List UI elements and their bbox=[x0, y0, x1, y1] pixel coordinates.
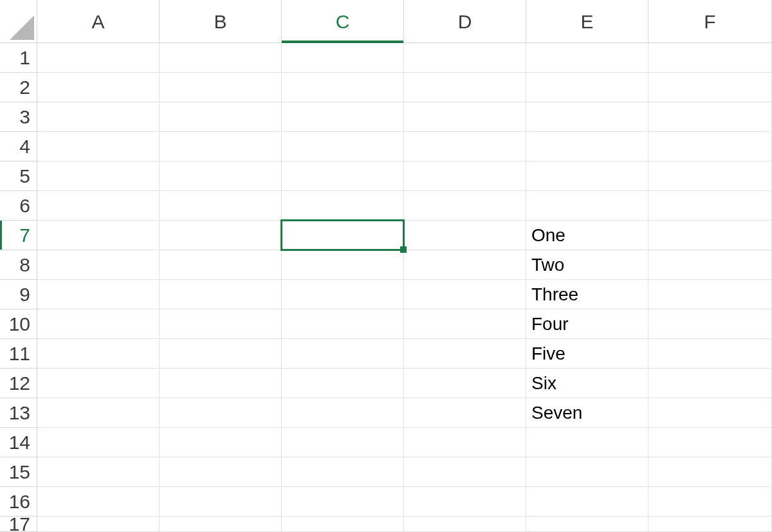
cell-F10[interactable] bbox=[648, 309, 772, 339]
cell-D3[interactable] bbox=[404, 102, 526, 132]
cell-B15[interactable] bbox=[160, 457, 282, 487]
fill-handle[interactable] bbox=[400, 246, 407, 253]
cell-F15[interactable] bbox=[648, 457, 772, 487]
cell-C15[interactable] bbox=[282, 457, 404, 487]
cell-D8[interactable] bbox=[404, 250, 526, 280]
cell-D16[interactable] bbox=[404, 487, 526, 517]
cell-E2[interactable] bbox=[526, 73, 648, 102]
cell-C6[interactable] bbox=[282, 191, 404, 221]
cell-F13[interactable] bbox=[648, 398, 772, 428]
cell-A17[interactable] bbox=[37, 517, 160, 532]
cell-C5[interactable] bbox=[282, 161, 404, 191]
column-header-A[interactable]: A bbox=[37, 0, 160, 43]
cell-F12[interactable] bbox=[648, 369, 772, 398]
cell-D17[interactable] bbox=[404, 517, 526, 532]
row-header-2[interactable]: 2 bbox=[0, 73, 37, 102]
cell-C3[interactable] bbox=[282, 102, 404, 132]
cell-B17[interactable] bbox=[160, 517, 282, 532]
cell-F17[interactable] bbox=[648, 517, 772, 532]
cell-F3[interactable] bbox=[648, 102, 772, 132]
cell-A1[interactable] bbox=[37, 43, 160, 73]
cell-A2[interactable] bbox=[37, 73, 160, 102]
cell-A8[interactable] bbox=[37, 250, 160, 280]
cell-E4[interactable] bbox=[526, 132, 648, 161]
cell-B4[interactable] bbox=[160, 132, 282, 161]
cell-D14[interactable] bbox=[404, 428, 526, 457]
cell-F8[interactable] bbox=[648, 250, 772, 280]
cell-C4[interactable] bbox=[282, 132, 404, 161]
cell-D6[interactable] bbox=[404, 191, 526, 221]
column-header-B[interactable]: B bbox=[160, 0, 282, 43]
cell-B6[interactable] bbox=[160, 191, 282, 221]
row-header-7[interactable]: 7 bbox=[0, 221, 37, 250]
row-header-15[interactable]: 15 bbox=[0, 457, 37, 487]
cell-C17[interactable] bbox=[282, 517, 404, 532]
row-header-6[interactable]: 6 bbox=[0, 191, 37, 221]
cell-F16[interactable] bbox=[648, 487, 772, 517]
cell-E17[interactable] bbox=[526, 517, 648, 532]
cell-B9[interactable] bbox=[160, 280, 282, 309]
cell-D11[interactable] bbox=[404, 339, 526, 369]
row-header-3[interactable]: 3 bbox=[0, 102, 37, 132]
row-header-8[interactable]: 8 bbox=[0, 250, 37, 280]
cell-D9[interactable] bbox=[404, 280, 526, 309]
cell-C2[interactable] bbox=[282, 73, 404, 102]
cell-B3[interactable] bbox=[160, 102, 282, 132]
cell-E5[interactable] bbox=[526, 161, 648, 191]
cell-C13[interactable] bbox=[282, 398, 404, 428]
cell-B5[interactable] bbox=[160, 161, 282, 191]
cell-F11[interactable] bbox=[648, 339, 772, 369]
row-header-4[interactable]: 4 bbox=[0, 132, 37, 161]
cell-E1[interactable] bbox=[526, 43, 648, 73]
cell-D1[interactable] bbox=[404, 43, 526, 73]
cell-B16[interactable] bbox=[160, 487, 282, 517]
cell-B2[interactable] bbox=[160, 73, 282, 102]
cell-E11[interactable]: Five bbox=[526, 339, 648, 369]
cell-E10[interactable]: Four bbox=[526, 309, 648, 339]
column-header-C[interactable]: C bbox=[282, 0, 404, 43]
cell-E3[interactable] bbox=[526, 102, 648, 132]
cell-A15[interactable] bbox=[37, 457, 160, 487]
cell-E15[interactable] bbox=[526, 457, 648, 487]
cell-E8[interactable]: Two bbox=[526, 250, 648, 280]
select-all-corner[interactable] bbox=[0, 0, 37, 43]
row-header-9[interactable]: 9 bbox=[0, 280, 37, 309]
cell-B10[interactable] bbox=[160, 309, 282, 339]
cell-E12[interactable]: Six bbox=[526, 369, 648, 398]
cell-A14[interactable] bbox=[37, 428, 160, 457]
cell-A7[interactable] bbox=[37, 221, 160, 250]
cell-A12[interactable] bbox=[37, 369, 160, 398]
cell-C14[interactable] bbox=[282, 428, 404, 457]
cell-E14[interactable] bbox=[526, 428, 648, 457]
cell-C8[interactable] bbox=[282, 250, 404, 280]
cell-B7[interactable] bbox=[160, 221, 282, 250]
cell-D7[interactable] bbox=[404, 221, 526, 250]
cell-F5[interactable] bbox=[648, 161, 772, 191]
cell-A5[interactable] bbox=[37, 161, 160, 191]
row-header-14[interactable]: 14 bbox=[0, 428, 37, 457]
cell-C10[interactable] bbox=[282, 309, 404, 339]
column-header-E[interactable]: E bbox=[526, 0, 648, 43]
cell-E13[interactable]: Seven bbox=[526, 398, 648, 428]
cell-A11[interactable] bbox=[37, 339, 160, 369]
cell-E16[interactable] bbox=[526, 487, 648, 517]
cell-A4[interactable] bbox=[37, 132, 160, 161]
cell-F9[interactable] bbox=[648, 280, 772, 309]
cell-D15[interactable] bbox=[404, 457, 526, 487]
cell-E7[interactable]: One bbox=[526, 221, 648, 250]
cell-A9[interactable] bbox=[37, 280, 160, 309]
cell-D5[interactable] bbox=[404, 161, 526, 191]
row-header-12[interactable]: 12 bbox=[0, 369, 37, 398]
cell-C1[interactable] bbox=[282, 43, 404, 73]
row-header-13[interactable]: 13 bbox=[0, 398, 37, 428]
cell-F4[interactable] bbox=[648, 132, 772, 161]
cell-F14[interactable] bbox=[648, 428, 772, 457]
row-header-17[interactable]: 17 bbox=[0, 517, 37, 532]
cell-F1[interactable] bbox=[648, 43, 772, 73]
cell-D2[interactable] bbox=[404, 73, 526, 102]
cell-B13[interactable] bbox=[160, 398, 282, 428]
cell-E6[interactable] bbox=[526, 191, 648, 221]
cell-C16[interactable] bbox=[282, 487, 404, 517]
cell-F7[interactable] bbox=[648, 221, 772, 250]
cell-A16[interactable] bbox=[37, 487, 160, 517]
